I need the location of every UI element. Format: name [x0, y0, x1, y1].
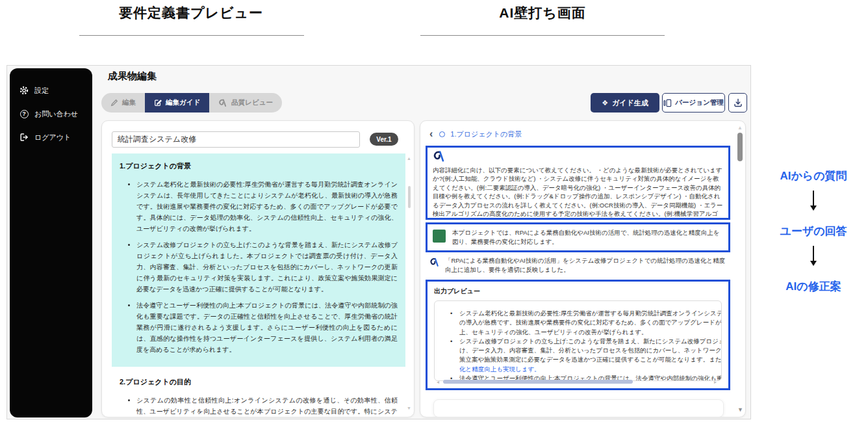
left-title-underline — [79, 35, 304, 36]
gear-icon — [19, 85, 29, 96]
bullet-item: システム改修プロジェクトの立ち上げ:このような背景を踏まえ、新たにシステム改修プ… — [136, 239, 398, 295]
tab-edit-guide[interactable]: 編集ガイド — [145, 93, 209, 113]
flow-label: ユーザの回答 — [759, 224, 868, 239]
section-bullets: システムの効率性と信頼性向上:オンラインシステムの改修を通じ、その効率性、信頼性… — [120, 395, 398, 414]
chat-scrollbar-thumb[interactable] — [737, 133, 743, 161]
left-panel-title-text: 要件定義書プレビュー — [77, 4, 305, 22]
flow-annotations: AIからの質問ユーザの回答AIの修正案 — [759, 0, 868, 424]
sidebar-item-label: お問い合わせ — [34, 109, 78, 119]
versions-icon — [663, 99, 672, 107]
output-preview-label: 出力プレビュー — [434, 287, 722, 296]
help-icon: ? — [19, 109, 29, 119]
preview-line: 上、セキュリティの強化、ユーザビリティの改善が挙げられます。 — [442, 328, 721, 337]
scroll-up-icon[interactable]: ▲ — [407, 156, 411, 161]
page: 要件定義書プレビュー AI壁打ち画面 設定?お問い合わせログアウト 成果物編集 … — [0, 0, 868, 424]
document-section: 2.プロジェクトの目的システムの効率性と信頼性向上:オンラインシステムの改修を通… — [112, 369, 405, 414]
sidebar-item-settings[interactable]: 設定 — [10, 79, 92, 102]
preview-line: システム改修プロジェクトの立ち上げ:このような背景を踏まえ、新たにシステム改修プ… — [442, 337, 721, 346]
scroll-down-icon[interactable]: ▼ — [407, 406, 411, 410]
chat-header: ‹ 1.プロジェクトの背景 — [428, 129, 522, 139]
app-window: 設定?お問い合わせログアウト 成果物編集 編集編集ガイド品質レビュー ❖ ガイド… — [6, 65, 751, 419]
ai-question-box: 内容詳細化に向け、以下の要素について教えてください。 ・どのような最新技術が必要… — [426, 146, 730, 220]
section-heading: 1.プロジェクトの背景 — [120, 161, 398, 171]
user-answer-text: 本プロジェクトでは、RPAによる業務自動化やAI技術の活用で、統計処理の迅速化と… — [452, 228, 723, 247]
tab-label: 編集ガイド — [166, 98, 200, 107]
user-avatar — [433, 230, 446, 243]
tab-label: 編集 — [122, 98, 136, 107]
chat-input[interactable] — [433, 399, 724, 417]
section-heading: 2.プロジェクトの目的 — [120, 377, 398, 387]
tab-quality-review[interactable]: 品質レビュー — [209, 93, 282, 113]
hscroll-left-icon[interactable]: ◂ — [437, 379, 439, 385]
generate-guide-button[interactable]: ❖ ガイド生成 — [591, 93, 659, 113]
bullet-item: システム老朽化と最新技術の必要性:厚生労働省が運営する毎月勤労統計調査オンライン… — [136, 179, 398, 234]
document-title-input[interactable] — [112, 131, 360, 148]
logout-icon — [19, 132, 29, 142]
generate-guide-label: ガイド生成 — [612, 98, 648, 108]
section-marker-icon — [439, 131, 445, 137]
version-control-button[interactable]: バージョン管理 — [662, 93, 725, 113]
preview-line: システム老朽化と最新技術の必要性:厚生労働省が運営する毎月勤労統計調査オンライン… — [442, 309, 721, 318]
page-title: 成果物編集 — [108, 70, 157, 83]
preview-line: け、データ入力、内容審査、集計、分析といったプロセスを包括的にカバーし、ネットワ… — [442, 346, 721, 355]
sidebar-item-label: 設定 — [34, 86, 49, 96]
document-section: 1.プロジェクトの背景システム老朽化と最新技術の必要性:厚生労働省が運営する毎月… — [112, 153, 405, 367]
sidebar-item-label: ログアウト — [34, 133, 71, 142]
sidebar-nav: 設定?お問い合わせログアウト — [10, 68, 92, 417]
edit-guide-icon — [154, 99, 162, 107]
section-breadcrumb: 1.プロジェクトの背景 — [450, 129, 522, 139]
document-body: 1.プロジェクトの背景システム老朽化と最新技術の必要性:厚生労働省が運営する毎月… — [112, 153, 405, 414]
bullet-item: システムの効率性と信頼性向上:オンラインシステムの改修を通じ、その効率性、信頼性… — [136, 395, 398, 414]
tab-group: 編集編集ガイド品質レビュー — [101, 93, 282, 113]
ai-response-text: 「RPAによる業務自動化やAI技術の活用」をシステム改修プロジェクトでの統計処理… — [445, 256, 726, 275]
chat-scroll-up-icon[interactable]: ▲ — [737, 125, 743, 131]
output-preview-box: 出力プレビュー システム老朽化と最新技術の必要性:厚生労働省が運営する毎月勤労統… — [426, 280, 730, 390]
tab-label: 品質レビュー — [231, 98, 273, 107]
preview-line: 化と精度向上も実現します。 — [442, 365, 721, 374]
right-title-underline — [420, 35, 665, 36]
sparkle-icon: ❖ — [602, 99, 608, 107]
right-panel-title-text: AI壁打ち画面 — [419, 4, 666, 22]
version-badge: Ver.1 — [370, 133, 398, 146]
document-preview-panel: Ver.1 1.プロジェクトの背景システム老朽化と最新技術の必要性:厚生労働省が… — [101, 120, 415, 417]
ai-chat-panel: ‹ 1.プロジェクトの背景 ▲ ▼ 内容詳細化に向け、以下の要素について教えてく… — [420, 120, 746, 417]
chat-scroll-down-icon[interactable]: ▼ — [737, 406, 743, 413]
user-answer-box: 本プロジェクトでは、RPAによる業務自動化やAI技術の活用で、統計処理の迅速化と… — [426, 222, 730, 252]
down-arrow-icon — [813, 246, 814, 264]
pencil-icon — [110, 99, 118, 107]
preview-line: の導入が急務です。技術進展や業務要件の変化に対応するため、多くの面でアップグレー… — [442, 318, 721, 327]
tab-edit[interactable]: 編集 — [101, 93, 145, 113]
section-bullets: システム老朽化と最新技術の必要性:厚生労働省が運営する毎月勤労統計調査オンライン… — [120, 179, 398, 355]
ai-logo-icon — [429, 257, 440, 267]
ai-logo-icon — [433, 150, 446, 163]
down-arrow-icon — [813, 191, 814, 209]
flow-label: AIからの質問 — [759, 168, 868, 183]
document-scrollbar-thumb[interactable] — [408, 186, 411, 208]
ai-response-row: 「RPAによる業務自動化やAI技術の活用」をシステム改修プロジェクトでの統計処理… — [427, 255, 729, 276]
preview-line: 策立案や施策効果測定に必要なデータを迅速かつ正確に提供することが可能となります。… — [442, 355, 721, 364]
preview-lines: システム老朽化と最新技術の必要性:厚生労働省が運営する毎月勤労統計調査オンライン… — [434, 300, 722, 381]
bullet-item: 法令遵守とユーザー利便性の向上:本プロジェクトの背景には、法令遵守や内部統制の強… — [136, 300, 398, 355]
right-panel-title: AI壁打ち画面 — [419, 4, 666, 22]
sidebar-item-logout[interactable]: ログアウト — [10, 126, 92, 149]
download-button[interactable] — [728, 93, 747, 113]
version-control-label: バージョン管理 — [675, 98, 723, 107]
hscroll-right-icon[interactable]: ▸ — [714, 379, 717, 385]
flow-label: AIの修正案 — [759, 279, 868, 294]
left-panel-title: 要件定義書プレビュー — [77, 4, 305, 22]
sidebar-item-contact[interactable]: ?お問い合わせ — [10, 102, 92, 126]
download-icon — [734, 98, 743, 107]
ai-review-icon — [218, 98, 227, 107]
preview-hscrollbar-thumb[interactable] — [443, 380, 633, 384]
back-chevron-icon[interactable]: ‹ — [428, 129, 434, 139]
ai-question-text: 内容詳細化に向け、以下の要素について教えてください。 ・どのような最新技術が必要… — [433, 166, 723, 220]
